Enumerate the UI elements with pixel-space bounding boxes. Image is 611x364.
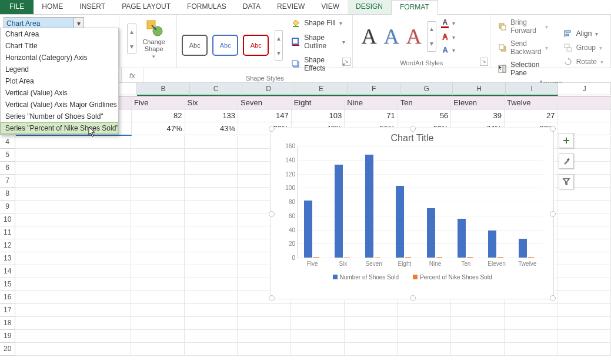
cell[interactable] [15, 317, 131, 330]
cell[interactable]: Twelve [505, 96, 558, 109]
bar-series-2[interactable] [405, 257, 411, 258]
cell[interactable] [345, 343, 398, 356]
shape-style-swatch[interactable]: Abc [212, 35, 238, 56]
chart-element-option[interactable]: Vertical (Value) Axis Major Gridlines [1, 99, 118, 111]
cell[interactable] [185, 226, 238, 239]
bar-series-2[interactable] [344, 258, 350, 258]
ribbon-tab-format[interactable]: FORMAT [391, 0, 438, 15]
cell[interactable] [238, 317, 291, 330]
group-button[interactable]: Group▾ [561, 42, 606, 54]
cell[interactable] [131, 136, 185, 149]
cell[interactable] [557, 226, 611, 239]
row-header[interactable]: 7 [0, 175, 15, 188]
legend-item-2[interactable]: Percent of Nike Shoes Sold [413, 274, 492, 280]
embedded-chart[interactable]: Chart Title 020406080100120140160 FiveSi… [271, 128, 554, 299]
bar-series-2[interactable] [436, 257, 442, 258]
cell[interactable]: 133 [185, 109, 239, 122]
wordart-scroll[interactable]: ▴ ▾ [427, 21, 436, 52]
bar-series-1[interactable] [365, 155, 373, 258]
cell[interactable] [291, 330, 345, 343]
wordart-style[interactable]: A [402, 27, 425, 46]
shape-style-swatch[interactable]: Abc [243, 35, 269, 56]
bring-forward-button[interactable]: Bring Forward▾ [495, 17, 550, 36]
bar-series-2[interactable] [467, 257, 473, 258]
cell[interactable]: 43% [185, 122, 239, 135]
shape-effects-button[interactable]: Shape Effects ▾ [289, 55, 348, 74]
change-shape-button[interactable]: Change Shape ▾ [139, 17, 169, 61]
bar-series-1[interactable] [458, 219, 466, 258]
cell[interactable]: Eleven [451, 96, 505, 109]
cell[interactable]: 39 [451, 109, 505, 122]
column-header-e[interactable]: E [295, 83, 348, 96]
chart-styles-button[interactable] [559, 153, 574, 169]
cell[interactable] [557, 317, 611, 330]
cell[interactable] [557, 109, 611, 122]
chart-filters-button[interactable] [559, 174, 574, 189]
cell[interactable] [345, 317, 398, 330]
wordart-style[interactable]: A [358, 27, 380, 46]
cell[interactable]: 82 [132, 109, 185, 122]
cell[interactable] [185, 188, 238, 201]
cell[interactable] [451, 343, 505, 356]
cell[interactable] [291, 343, 345, 356]
cell[interactable]: Six [185, 96, 239, 109]
text-effects-button[interactable]: A▾ [439, 45, 458, 55]
bar-series-1[interactable] [335, 165, 343, 258]
cell[interactable] [185, 317, 238, 330]
shape-styles-launcher[interactable]: ↘ [342, 58, 350, 66]
cell[interactable] [131, 201, 185, 213]
chart-element-option[interactable]: Vertical (Value) Axis [1, 87, 118, 99]
chart-element-option[interactable]: Series "Number of Shoes Sold" [1, 111, 118, 122]
shape-style-scroll[interactable]: ▴ ▾ [275, 30, 283, 61]
shape-outline-button[interactable]: Shape Outline ▾ [289, 32, 348, 51]
cell[interactable] [185, 162, 238, 175]
cell[interactable] [185, 291, 238, 304]
cell[interactable] [131, 265, 185, 278]
row-header[interactable]: 5 [0, 149, 15, 162]
cell[interactable] [131, 278, 185, 291]
text-outline-button[interactable]: A▾ [439, 32, 458, 42]
wordart-style[interactable]: A [380, 27, 402, 46]
cell[interactable] [185, 201, 238, 213]
cell[interactable] [15, 188, 131, 201]
cell[interactable] [185, 278, 238, 291]
cell[interactable] [557, 278, 611, 291]
cell[interactable] [398, 330, 451, 343]
bar-series-1[interactable] [427, 208, 435, 258]
cell[interactable] [557, 213, 611, 226]
cell[interactable] [185, 239, 238, 252]
chart-handle-s[interactable] [410, 295, 416, 301]
column-header-g[interactable]: G [400, 83, 453, 96]
bar-series-2[interactable] [528, 257, 534, 258]
cell[interactable] [185, 175, 238, 188]
column-header-c[interactable]: C [190, 83, 243, 96]
bar-series-1[interactable] [519, 239, 527, 258]
column-header-j[interactable]: J [558, 83, 611, 95]
cell[interactable] [15, 175, 131, 188]
cell[interactable] [291, 304, 345, 317]
cell[interactable] [131, 213, 185, 226]
ribbon-tab-design[interactable]: DESIGN [348, 0, 391, 14]
cell[interactable] [15, 265, 131, 278]
column-header-f[interactable]: F [348, 83, 400, 96]
cell[interactable] [345, 330, 398, 343]
ribbon-tab-home[interactable]: HOME [34, 0, 71, 14]
cell[interactable] [131, 175, 185, 188]
chart-legend[interactable]: Number of Shoes Sold Percent of Nike Sho… [271, 274, 553, 280]
chart-element-option[interactable]: Chart Area [1, 28, 118, 40]
shape-gallery-scroll[interactable]: ▴ ▾ [127, 24, 136, 54]
cell[interactable] [557, 252, 611, 265]
cell[interactable] [185, 265, 238, 278]
cell[interactable] [557, 188, 611, 201]
cell[interactable] [557, 343, 611, 356]
cell[interactable] [291, 317, 345, 330]
chart-x-axis[interactable]: FiveSixSevenEightNineTenElevenTwelve [297, 261, 543, 267]
row-header[interactable]: 13 [0, 252, 15, 265]
cell[interactable] [451, 330, 505, 343]
wordart-launcher[interactable]: ↘ [480, 58, 488, 66]
cell[interactable] [15, 278, 131, 291]
cell[interactable] [131, 162, 185, 175]
cell[interactable]: Seven [238, 96, 292, 109]
shape-fill-button[interactable]: Shape Fill ▾ [289, 17, 348, 29]
cell[interactable] [15, 162, 131, 175]
